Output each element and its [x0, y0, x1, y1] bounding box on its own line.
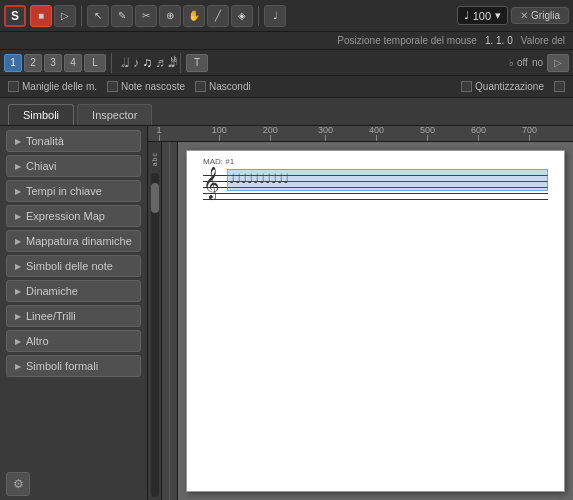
forward-btn[interactable]: ▷ [54, 5, 76, 27]
check-quantizzazione[interactable]: Quantizzazione [461, 81, 544, 92]
tempo-dropdown[interactable]: ▾ [495, 9, 501, 22]
tool-line[interactable]: ╱ [207, 5, 229, 27]
num-btn-1[interactable]: 1 [4, 54, 22, 72]
arrow-icon-chiavi: ▶ [15, 162, 21, 171]
note-sym-1[interactable]: 𝅗𝅥 [120, 55, 122, 71]
num-btn-4[interactable]: 4 [64, 54, 82, 72]
position-bar: Posizione temporale del mouse 1. 1. 0 Va… [0, 32, 573, 50]
record-btn[interactable]: ■ [30, 5, 52, 27]
arrow-icon-expression: ▶ [15, 212, 21, 221]
tool-eraser[interactable]: ✂ [135, 5, 157, 27]
check-maniglie[interactable]: Maniglie delle m. [8, 81, 97, 92]
sidebar-item-tonalita[interactable]: ▶ Tonalità [6, 130, 141, 152]
check-maniglie-label: Maniglie delle m. [22, 81, 97, 92]
tool-pencil[interactable]: ✎ [111, 5, 133, 27]
ruler-mark-700: 700 [522, 126, 537, 141]
sidebar-item-mappatura[interactable]: ▶ Mappatura dinamiche [6, 230, 141, 252]
checkbox-note-nascoste[interactable] [107, 81, 118, 92]
sidebar: ▶ Tonalità ▶ Chiavi ▶ Tempi in chiave ▶ … [0, 126, 148, 500]
sidebar-item-linee[interactable]: ▶ Linee/Trilli [6, 305, 141, 327]
mouse-pos-label: Posizione temporale del mouse [337, 35, 477, 46]
sidebar-item-tempi[interactable]: ▶ Tempi in chiave [6, 180, 141, 202]
tempo-display[interactable]: ♩ 100 ▾ [457, 6, 508, 25]
no-label: no [532, 57, 543, 68]
arrow-icon-tempi: ▶ [15, 187, 21, 196]
sidebar-label-simboli-note: Simboli delle note [26, 260, 113, 272]
ruler-mark-600: 600 [471, 126, 486, 141]
arrow-icon-altro: ▶ [15, 337, 21, 346]
arrow-icon-mappatura: ▶ [15, 237, 21, 246]
num-btn-2[interactable]: 2 [24, 54, 42, 72]
note-sym-5[interactable]: ♬ [154, 55, 166, 70]
checkbox-maniglie[interactable] [8, 81, 19, 92]
sidebar-label-simboli-formali: Simboli formali [26, 360, 98, 372]
grid-button[interactable]: ✕ Griglia [511, 7, 569, 24]
main-layout: ▶ Tonalità ▶ Chiavi ▶ Tempi in chiave ▶ … [0, 126, 573, 500]
arrow-icon-dinamiche: ▶ [15, 287, 21, 296]
scroll-thumb [151, 183, 159, 213]
extra-btn[interactable]: ▷ [547, 54, 569, 72]
sep4 [180, 53, 181, 73]
note-sym-3[interactable]: ♪ [132, 55, 141, 70]
tempo-value: 100 [473, 10, 491, 22]
sheet-paper: MAD: #1 𝄞 ♩♩♩♩♩♩♩♩♩♩ [186, 150, 565, 492]
sidebar-item-simboli-formali[interactable]: ▶ Simboli formali [6, 355, 141, 377]
sidebar-label-mappatura: Mappatura dinamiche [26, 235, 132, 247]
left-scroll-strip: abc [148, 142, 162, 500]
tool-layers[interactable]: ◈ [231, 5, 253, 27]
app-logo: S [4, 5, 26, 27]
checkbox-quantizzazione[interactable] [461, 81, 472, 92]
check-nascondi[interactable]: Nascondi [195, 81, 251, 92]
grid-x-icon: ✕ [520, 10, 528, 21]
scroll-track[interactable] [151, 173, 159, 497]
sheet-area[interactable]: MAD: #1 𝄞 ♩♩♩♩♩♩♩♩♩♩ [178, 142, 573, 500]
off-label: off [517, 57, 528, 68]
top-toolbar: S ■ ▷ ↖ ✎ ✂ ⊕ ✋ ╱ ◈ ♩ ♩ 100 ▾ ✕ Griglia [0, 0, 573, 32]
check-extra[interactable] [554, 81, 565, 92]
tempo-icon: ♩ [464, 9, 469, 22]
tool-extra[interactable]: ♩ [264, 5, 286, 27]
sep1 [81, 6, 82, 26]
note-sym-4[interactable]: ♫ [142, 55, 154, 70]
letter-btn-t[interactable]: T [186, 54, 208, 72]
music-symbols: 𝅗𝅥 ♩ ♪ ♫ ♬ 𝅘𝅥𝅯 𝅘𝅥𝅰 [120, 55, 172, 71]
sidebar-item-chiavi[interactable]: ▶ Chiavi [6, 155, 141, 177]
checkbox-extra[interactable] [554, 81, 565, 92]
tool-hand[interactable]: ✋ [183, 5, 205, 27]
ruler-inner: 1 100 200 300 400 [148, 126, 573, 141]
mouse-pos-value: 1. 1. 0 [485, 35, 513, 46]
letter-btn-l[interactable]: L [84, 54, 106, 72]
note-extra-1[interactable]: ♭ [508, 57, 515, 68]
ruler-mark-500: 500 [420, 126, 435, 141]
sidebar-label-tempi: Tempi in chiave [26, 185, 102, 197]
sidebar-item-altro[interactable]: ▶ Altro [6, 330, 141, 352]
checkbox-nascondi[interactable] [195, 81, 206, 92]
vertical-ruler [162, 142, 178, 500]
ruler-mark-100: 100 [212, 126, 227, 141]
num-btn-3[interactable]: 3 [44, 54, 62, 72]
sidebar-item-simboli-note[interactable]: ▶ Simboli delle note [6, 255, 141, 277]
sidebar-label-dinamiche: Dinamiche [26, 285, 78, 297]
arrow-icon-simboli-note: ▶ [15, 262, 21, 271]
sidebar-label-expression: Expression Map [26, 210, 105, 222]
note-sym-6[interactable]: 𝅘𝅥𝅯 [167, 55, 169, 71]
sidebar-label-altro: Altro [26, 335, 49, 347]
sidebar-bottom: ⚙ [6, 468, 141, 496]
value-label: Valore del [521, 35, 565, 46]
ruler-mark-400: 400 [369, 126, 384, 141]
note-sym-2[interactable]: ♩ [123, 55, 131, 70]
tool-zoom[interactable]: ⊕ [159, 5, 181, 27]
grid-label: Griglia [531, 10, 560, 21]
tab-simboli[interactable]: Simboli [8, 104, 74, 125]
staff-line-5 [203, 199, 548, 200]
arrow-icon-simboli-formali: ▶ [15, 362, 21, 371]
gear-button[interactable]: ⚙ [6, 472, 30, 496]
sidebar-item-dinamiche[interactable]: ▶ Dinamiche [6, 280, 141, 302]
check-note-nascoste[interactable]: Note nascoste [107, 81, 185, 92]
note-sym-7[interactable]: 𝅘𝅥𝅰 [170, 55, 172, 71]
sidebar-label-tonalita: Tonalità [26, 135, 64, 147]
tab-inspector[interactable]: Inspector [77, 104, 152, 125]
sidebar-item-expression[interactable]: ▶ Expression Map [6, 205, 141, 227]
tool-select[interactable]: ↖ [87, 5, 109, 27]
h-content: abc MAD: #1 𝄞 [148, 142, 573, 500]
